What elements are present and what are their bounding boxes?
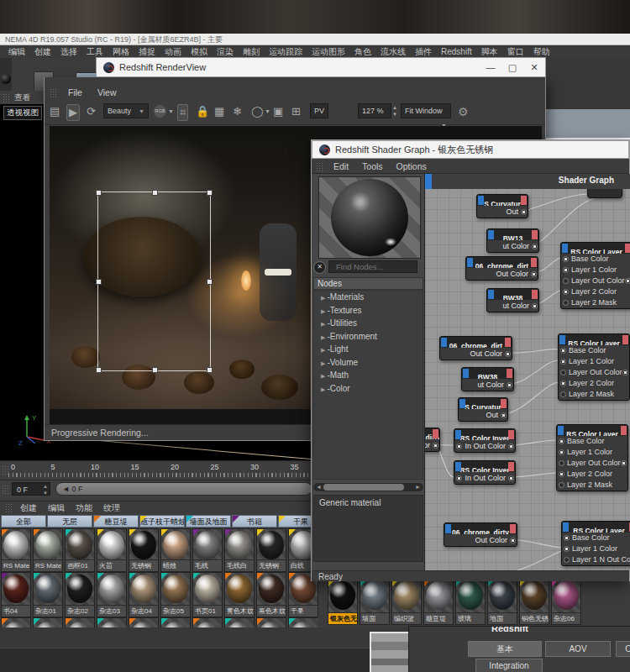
grip-icon[interactable]: [2, 465, 9, 475]
material-tile[interactable]: 无锈钢: [129, 528, 159, 572]
input-port[interactable]: [564, 546, 570, 552]
input-port[interactable]: [456, 475, 462, 481]
input-port[interactable]: [560, 370, 566, 375]
input-port[interactable]: [563, 267, 569, 273]
c4d-menu-item[interactable]: 窗口: [507, 46, 524, 58]
tool-icon[interactable]: [1, 74, 11, 84]
region-dropdown-arrow[interactable]: ▼: [265, 104, 270, 119]
output-port[interactable]: [625, 278, 630, 284]
shader-graph-menu-item[interactable]: Tools: [362, 161, 383, 171]
output-port[interactable]: [508, 475, 514, 481]
gear-icon[interactable]: ⚙: [458, 104, 469, 119]
material-tab[interactable]: 全部: [1, 515, 46, 528]
output-port[interactable]: [510, 538, 516, 543]
material-tile[interactable]: 杂志05: [160, 572, 191, 617]
output-port[interactable]: [532, 244, 538, 249]
tree-item-environment[interactable]: ▶-Environment: [314, 330, 423, 344]
tree-item-color[interactable]: ▶-Color: [314, 382, 423, 396]
renderview-menu-item[interactable]: File: [68, 87, 82, 97]
renderview-menu-item[interactable]: View: [97, 87, 117, 97]
output-port[interactable]: [621, 460, 627, 466]
renderview-titlebar[interactable]: Redshift RenderView — ▢ ✕: [96, 57, 546, 77]
frame-stepper[interactable]: ▲▼: [43, 483, 48, 496]
attribute-tab-Optimiza[interactable]: Optimiza: [616, 641, 630, 657]
input-port[interactable]: [560, 348, 566, 354]
bucket-grid-icon[interactable]: ▦: [214, 104, 224, 119]
c4d-menu-item[interactable]: 运动跟踪: [269, 46, 302, 58]
input-port[interactable]: [563, 300, 569, 306]
output-port[interactable]: [433, 443, 438, 449]
grip-icon[interactable]: [3, 93, 10, 102]
material-tab[interactable]: 无层: [47, 515, 92, 528]
grip-icon[interactable]: [50, 88, 57, 97]
material-tile[interactable]: 毛线白: [224, 528, 255, 572]
material-tile[interactable]: 毛线: [192, 528, 223, 572]
start-render-button[interactable]: ▶: [66, 104, 80, 121]
input-port[interactable]: [559, 449, 564, 455]
snapshot-snowflake-icon[interactable]: ❄: [233, 104, 242, 119]
output-port[interactable]: [505, 351, 511, 357]
graph-node-RS Color Inver[interactable]: RS Color InverIn Out Color: [454, 428, 516, 453]
crop-region-icon[interactable]: ⌗: [177, 104, 188, 121]
material-tile[interactable]: 玻璃: [455, 579, 486, 625]
input-port[interactable]: [564, 557, 570, 563]
input-port[interactable]: [560, 381, 566, 386]
shader-graph-panel-header[interactable]: Shader Graph: [425, 174, 630, 189]
grip-icon[interactable]: [316, 162, 323, 171]
c4d-menu-item[interactable]: 工具: [87, 46, 103, 58]
graph-node-06_chrome_dirty[interactable]: 06_chrome_dirtyOut Color: [444, 522, 517, 547]
graph-node-S Curvatur[interactable]: S CurvaturOut: [458, 397, 508, 422]
c4d-menu-item[interactable]: 插件: [415, 46, 432, 58]
input-port[interactable]: [559, 471, 564, 477]
pass-dropdown[interactable]: Beauty▼: [103, 103, 149, 118]
input-port[interactable]: [559, 460, 564, 466]
attribute-tab-基本[interactable]: 基本: [468, 641, 542, 657]
c4d-menu-item[interactable]: 创建: [34, 46, 51, 58]
c4d-menu-item[interactable]: Redshift: [441, 47, 472, 56]
graph-node-BW13[interactable]: BW13ut Color: [486, 228, 539, 253]
rgb-channel-button[interactable]: RGB: [154, 105, 166, 118]
shader-graph-menu-item[interactable]: Options: [396, 161, 427, 171]
material-tile[interactable]: 糖豆堤: [423, 579, 454, 625]
material-tile[interactable]: 杂志04: [129, 572, 159, 617]
output-port[interactable]: [501, 412, 507, 418]
material-tab[interactable]: 瓶子枝干蜡烛: [139, 515, 185, 528]
clear-search-icon[interactable]: ✕: [313, 261, 326, 274]
pv-button[interactable]: PV: [310, 103, 328, 118]
c4d-menu-item[interactable]: 角色: [354, 46, 371, 58]
timeline-ruler[interactable]: 05101520253035: [0, 460, 318, 480]
material-menu-item[interactable]: 创建: [20, 502, 37, 514]
maximize-button[interactable]: ▢: [501, 62, 523, 73]
input-port[interactable]: [559, 482, 564, 488]
graph-node-RS Color Layer[interactable]: RS Color LayerBase ColorLayer 1 ColorLay…: [558, 333, 630, 401]
tree-item-textures[interactable]: ▶-Textures: [314, 304, 423, 318]
input-port[interactable]: [560, 391, 566, 397]
c4d-menu-item[interactable]: 流水线: [381, 46, 406, 58]
graph-node-S Curvatur[interactable]: S CurvaturOut: [476, 194, 528, 218]
c4d-menu-item[interactable]: 模拟: [191, 46, 207, 58]
material-menu-item[interactable]: 功能: [76, 502, 92, 514]
minimize-button[interactable]: —: [480, 62, 501, 72]
material-tile[interactable]: 火苗: [97, 528, 127, 572]
graph-node-06_chrome_dirt[interactable]: 06_chrome_dirtOut Color: [465, 256, 538, 281]
save-image-icon[interactable]: ▤: [50, 104, 60, 119]
c4d-menu-item[interactable]: 脚本: [481, 46, 498, 58]
material-menu-item[interactable]: 编辑: [48, 502, 65, 514]
tree-item-math[interactable]: ▶-Math: [314, 369, 423, 382]
frame-field[interactable]: 0 F ▲▼: [12, 482, 50, 496]
graph-node-BW38[interactable]: BW38ut Color: [461, 367, 514, 391]
c4d-menu-item[interactable]: 选择: [60, 46, 77, 58]
material-tile[interactable]: RS Mate: [1, 528, 31, 572]
viewport-label[interactable]: 透视视图: [3, 106, 42, 120]
material-tab[interactable]: 墙面及地面: [186, 515, 231, 528]
material-tile[interactable]: 杂志06: [551, 579, 581, 625]
lock-icon[interactable]: 🔒: [196, 104, 209, 119]
horizontal-scrollbar[interactable]: ◄ ►: [313, 483, 423, 491]
c4d-menu-item[interactable]: 渲染: [217, 46, 234, 58]
material-tile[interactable]: 编织篮: [391, 579, 422, 625]
attribute-tab-Integration[interactable]: Integration: [475, 659, 543, 672]
input-port[interactable]: [456, 444, 462, 449]
grip-icon[interactable]: [2, 485, 9, 494]
c4d-menu-item[interactable]: 编辑: [8, 46, 25, 58]
material-tile[interactable]: 铜色无锈: [519, 579, 549, 625]
